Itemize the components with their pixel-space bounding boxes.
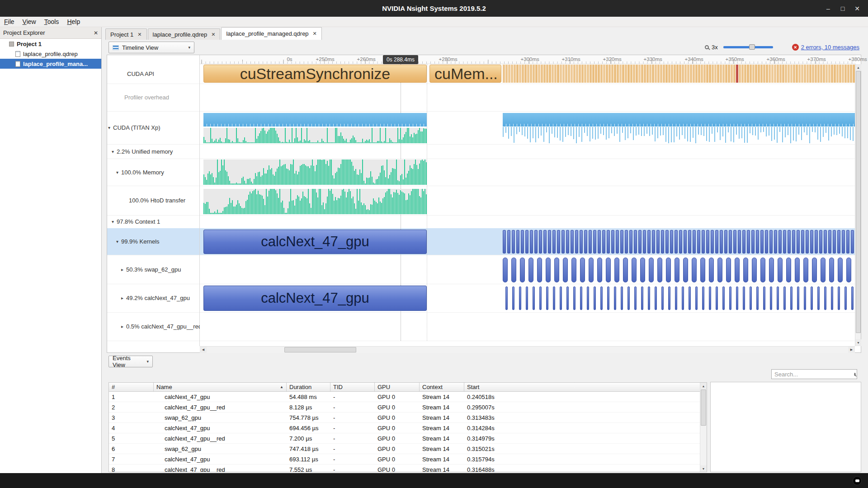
- chart-sample-bar[interactable]: [392, 168, 393, 185]
- kernel-tick[interactable]: [777, 127, 778, 143]
- chart-sample-bar[interactable]: [307, 166, 307, 185]
- chart-sample-bar[interactable]: [222, 165, 223, 185]
- api-call-bar[interactable]: [796, 65, 798, 83]
- chart-sample-bar[interactable]: [274, 189, 275, 214]
- chart-sample-bar[interactable]: [382, 198, 383, 214]
- chart-sample-bar[interactable]: [331, 142, 332, 143]
- vertical-scroll-thumb[interactable]: [856, 71, 861, 333]
- kernel-event-bar[interactable]: [756, 230, 759, 253]
- column-header-tid[interactable]: TID: [330, 383, 375, 391]
- chart-sample-bar[interactable]: [419, 128, 420, 143]
- chart-sample-bar[interactable]: [412, 189, 413, 214]
- cuda-api-activity-strip[interactable]: [503, 65, 856, 83]
- chart-sample-bar[interactable]: [226, 172, 227, 185]
- chart-sample-bar[interactable]: [339, 136, 340, 143]
- kernel-tick[interactable]: [522, 127, 523, 135]
- chart-sample-bar[interactable]: [324, 142, 325, 143]
- chart-sample-bar[interactable]: [277, 193, 278, 214]
- chart-sample-bar[interactable]: [300, 141, 301, 143]
- api-call-bar[interactable]: [801, 65, 803, 83]
- chart-sample-bar[interactable]: [214, 211, 215, 214]
- chart-sample-bar[interactable]: [339, 198, 340, 214]
- chart-sample-bar[interactable]: [335, 197, 336, 214]
- kernel-event-bar[interactable]: [648, 286, 650, 310]
- kernel-event-bar[interactable]: [552, 230, 556, 253]
- chart-sample-bar[interactable]: [385, 177, 386, 185]
- chart-sample-bar[interactable]: [296, 171, 297, 185]
- chart-sample-bar[interactable]: [210, 128, 211, 143]
- chart-sample-bar[interactable]: [240, 142, 241, 143]
- chart-sample-bar[interactable]: [232, 141, 233, 143]
- chart-sample-bar[interactable]: [262, 175, 263, 185]
- chart-sample-bar[interactable]: [415, 160, 416, 185]
- kernel-tick[interactable]: [844, 127, 845, 138]
- chart-sample-bar[interactable]: [239, 183, 240, 185]
- kernel-event-bar[interactable]: [763, 286, 765, 310]
- kernel-event-bar[interactable]: [575, 230, 578, 253]
- kernels-big-bar[interactable]: calcNext_47_gpu: [203, 230, 427, 254]
- api-call-bar[interactable]: [644, 65, 646, 83]
- kernel-tick[interactable]: [847, 127, 848, 138]
- kernel-tick[interactable]: [733, 127, 734, 142]
- api-call-bar[interactable]: [790, 65, 793, 83]
- chart-sample-bar[interactable]: [359, 169, 360, 185]
- kernel-event-bar[interactable]: [810, 230, 813, 253]
- kernel-event-bar[interactable]: [623, 258, 628, 282]
- kernel-event-bar[interactable]: [821, 258, 826, 282]
- kernel-event-bar[interactable]: [777, 286, 779, 310]
- chart-sample-bar[interactable]: [203, 137, 204, 143]
- chart-sample-bar[interactable]: [422, 131, 423, 143]
- chart-sample-bar[interactable]: [298, 141, 299, 143]
- chart-sample-bar[interactable]: [422, 160, 423, 185]
- chart-sample-bar[interactable]: [368, 141, 368, 143]
- api-call-bar[interactable]: [717, 65, 719, 83]
- chart-sample-bar[interactable]: [233, 142, 234, 143]
- kernel-tick[interactable]: [655, 127, 656, 141]
- api-call-bar[interactable]: [766, 65, 768, 83]
- chart-sample-bar[interactable]: [244, 208, 245, 214]
- api-call-bar[interactable]: [554, 65, 557, 83]
- chart-sample-bar[interactable]: [343, 189, 344, 214]
- chart-sample-bar[interactable]: [384, 197, 385, 214]
- chart-sample-bar[interactable]: [399, 181, 400, 185]
- chart-sample-bar[interactable]: [255, 128, 256, 143]
- chart-sample-bar[interactable]: [387, 191, 387, 214]
- kernel-tick[interactable]: [549, 127, 550, 143]
- api-call-bar[interactable]: [695, 65, 698, 83]
- chart-sample-bar[interactable]: [216, 213, 217, 214]
- kernel-event-bar[interactable]: [790, 286, 793, 310]
- menu-tools[interactable]: Tools: [40, 18, 63, 25]
- chart-sample-bar[interactable]: [347, 160, 348, 185]
- kernel-tick[interactable]: [815, 127, 816, 132]
- api-call-bar[interactable]: [809, 65, 811, 83]
- kernel-event-bar[interactable]: [726, 258, 731, 282]
- chart-sample-bar[interactable]: [369, 139, 370, 143]
- chart-sample-bar[interactable]: [376, 179, 377, 185]
- chart-sample-bar[interactable]: [271, 168, 272, 185]
- chart-sample-bar[interactable]: [278, 198, 279, 214]
- htod-transfer-chart[interactable]: [203, 189, 427, 214]
- chart-sample-bar[interactable]: [245, 141, 246, 143]
- event-row[interactable]: 8calcNext_47_gpu__red7.552 µs-GPU 0Strea…: [109, 465, 707, 472]
- chart-sample-bar[interactable]: [372, 128, 373, 143]
- chart-sample-bar[interactable]: [229, 198, 230, 214]
- api-call-bar[interactable]: [617, 65, 619, 83]
- kernel-tick[interactable]: [771, 127, 772, 141]
- chart-sample-bar[interactable]: [252, 191, 253, 214]
- chart-sample-bar[interactable]: [377, 141, 378, 143]
- kernel-tick[interactable]: [709, 127, 710, 142]
- chart-sample-bar[interactable]: [292, 201, 292, 214]
- chart-sample-bar[interactable]: [247, 142, 248, 143]
- kernel-event-bar[interactable]: [652, 230, 655, 253]
- chart-sample-bar[interactable]: [403, 179, 404, 185]
- api-call-bar[interactable]: [668, 65, 670, 83]
- chart-sample-bar[interactable]: [389, 189, 390, 214]
- chart-sample-bar[interactable]: [420, 131, 421, 143]
- chart-sample-bar[interactable]: [301, 128, 302, 143]
- chart-sample-bar[interactable]: [269, 130, 269, 143]
- kernel-tick[interactable]: [812, 127, 813, 132]
- api-call-bar[interactable]: [815, 65, 817, 83]
- kernel-event-bar[interactable]: [520, 258, 525, 282]
- kernel-event-bar[interactable]: [831, 286, 833, 310]
- kernel-tick[interactable]: [785, 127, 786, 137]
